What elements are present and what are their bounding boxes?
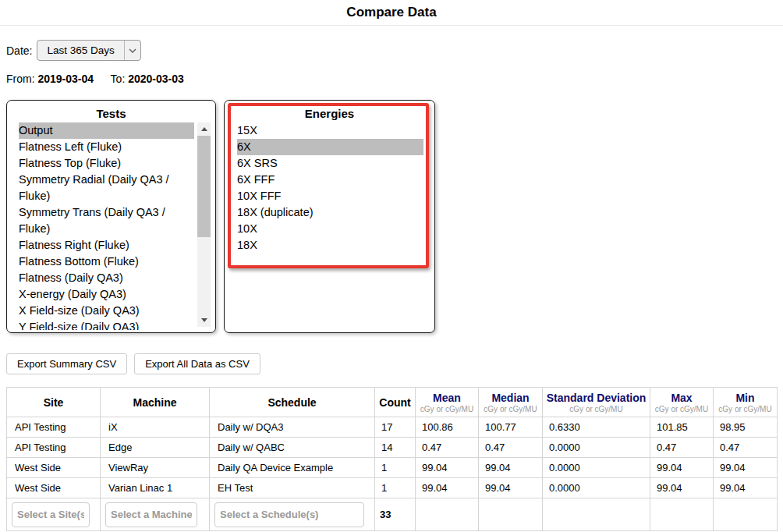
col-header-schedule: Schedule	[210, 388, 375, 417]
cell-schedule: Daily w/ QABC	[210, 438, 375, 458]
cell-site: API Testing	[7, 417, 101, 438]
table-row: West Side Varian Linac 1 EH Test 1 99.04…	[7, 478, 778, 498]
table-row: API Testing Edge Daily w/ QABC 14 0.47 0…	[7, 438, 778, 458]
cell-min: 0.47	[714, 438, 778, 458]
list-item-energy[interactable]: 6X FFF	[237, 172, 423, 188]
cell-count: 14	[375, 438, 416, 458]
from-label: From:	[6, 73, 35, 85]
col-header-min: MincGy or cGy/MU	[714, 388, 778, 417]
energies-panel: Energies 15X 6X 6X SRS 6X FFF 10X FFF 18…	[224, 100, 435, 333]
cell-machine: ViewRay	[101, 458, 210, 478]
cell-mean: 99.04	[416, 478, 479, 498]
list-item-test[interactable]: Flatness (Daily QA3)	[19, 270, 194, 286]
page-header: Compare Data	[0, 0, 783, 26]
energies-listbox: 15X 6X 6X SRS 6X FFF 10X FFF 18X (duplic…	[225, 122, 434, 330]
total-count: 33	[375, 498, 416, 531]
to-label: To:	[111, 73, 126, 85]
date-range-selected-value: Last 365 Days	[37, 41, 123, 60]
list-item-test[interactable]: Symmetry Radial (Daily QA3 / Fluke)	[19, 172, 194, 204]
list-item-test[interactable]: X-energy (Daily QA3)	[19, 286, 194, 303]
cell-min: 99.04	[714, 458, 778, 478]
selection-panels: Tests Output Flatness Left (Fluke) Flatn…	[0, 100, 783, 333]
export-toolbar: Export Summary CSV Export All Data as CS…	[6, 353, 783, 374]
col-header-standard-deviation: Standard DeviationcGy or cGy/MU	[543, 388, 650, 417]
list-item-energy[interactable]: 10X FFF	[237, 188, 423, 204]
cell-schedule: EH Test	[210, 478, 375, 498]
cell-site: West Side	[7, 478, 101, 498]
cell-schedule: Daily QA Device Example	[210, 458, 375, 478]
list-item-test[interactable]: Flatness Top (Fluke)	[19, 155, 194, 172]
cell-count: 17	[375, 417, 416, 438]
cell-median: 100.77	[479, 417, 543, 438]
tests-panel-title: Tests	[7, 101, 215, 122]
cell-mean: 100.86	[416, 417, 479, 438]
list-item-energy[interactable]: 6X SRS	[237, 155, 423, 172]
cell-schedule: Daily w/ DQA3	[210, 417, 375, 438]
export-all-data-csv-button[interactable]: Export All Data as CSV	[134, 353, 260, 374]
col-header-machine: Machine	[101, 388, 210, 417]
cell-site: West Side	[7, 458, 101, 478]
date-filter-row: Date: Last 365 Days	[6, 40, 783, 61]
tests-panel: Tests Output Flatness Left (Fluke) Flatn…	[6, 100, 216, 333]
export-summary-csv-button[interactable]: Export Summary CSV	[6, 353, 127, 374]
cell-max: 99.04	[650, 458, 714, 478]
list-item-test[interactable]: Flatness Bottom (Fluke)	[19, 254, 194, 270]
col-header-median: MediancGy or cGy/MU	[479, 388, 543, 417]
date-label: Date:	[6, 44, 32, 57]
col-header-mean: MeancGy or cGy/MU	[416, 388, 479, 417]
date-range-select[interactable]: Last 365 Days	[37, 40, 140, 61]
list-item-test[interactable]: Symmetry Trans (Daily QA3 / Fluke)	[19, 204, 194, 237]
date-range-row: From: 2019-03-04 To: 2020-03-03	[6, 73, 783, 85]
cell-stddev: 0.0000	[543, 478, 650, 498]
list-item-energy[interactable]: 10X	[237, 221, 423, 237]
cell-min: 98.95	[714, 417, 778, 438]
list-item-test[interactable]: Output	[19, 122, 194, 139]
cell-stddev: 0.0000	[543, 438, 650, 458]
list-item-energy[interactable]: 15X	[237, 122, 423, 139]
cell-machine: iX	[101, 417, 210, 438]
table-filter-row: 33	[7, 498, 778, 531]
cell-max: 0.47	[650, 438, 714, 458]
table-row: API Testing iX Daily w/ DQA3 17 100.86 1…	[7, 417, 778, 438]
tests-listbox: Output Flatness Left (Fluke) Flatness To…	[7, 122, 215, 330]
to-date-value: 2020-03-03	[128, 73, 184, 85]
cell-max: 101.85	[650, 417, 714, 438]
cell-site: API Testing	[7, 438, 101, 458]
list-item-test[interactable]: Flatness Right (Fluke)	[19, 237, 194, 254]
cell-mean: 0.47	[416, 438, 479, 458]
cell-max: 99.04	[650, 478, 714, 498]
list-item-test[interactable]: Flatness Left (Fluke)	[19, 139, 194, 155]
list-item-test[interactable]: Y Field-size (Daily QA3)	[19, 319, 194, 330]
list-item-energy[interactable]: 18X (duplicate)	[237, 204, 423, 221]
summary-table: Site Machine Schedule Count MeancGy or c…	[6, 387, 778, 531]
table-row: West Side ViewRay Daily QA Device Exampl…	[7, 458, 778, 478]
cell-min: 99.04	[714, 478, 778, 498]
cell-machine: Varian Linac 1	[101, 478, 210, 498]
table-header-row: Site Machine Schedule Count MeancGy or c…	[7, 388, 778, 417]
cell-median: 99.04	[479, 458, 543, 478]
tests-scrollbar[interactable]	[197, 122, 211, 327]
scrollbar-thumb[interactable]	[197, 136, 211, 237]
list-item-energy[interactable]: 6X	[237, 139, 423, 155]
list-item-test[interactable]: X Field-size (Daily QA3)	[19, 303, 194, 319]
cell-machine: Edge	[101, 438, 210, 458]
cell-median: 99.04	[479, 478, 543, 498]
from-date-value: 2019-03-04	[37, 73, 94, 85]
cell-count: 1	[375, 458, 416, 478]
site-filter-input[interactable]	[12, 502, 90, 527]
cell-mean: 99.04	[416, 458, 479, 478]
scroll-up-icon[interactable]	[197, 122, 211, 136]
cell-median: 0.47	[479, 438, 543, 458]
scroll-down-icon[interactable]	[197, 314, 211, 327]
cell-count: 1	[375, 478, 416, 498]
cell-stddev: 0.6330	[543, 417, 650, 438]
machine-filter-input[interactable]	[105, 502, 197, 527]
page-title: Compare Data	[346, 5, 436, 20]
col-header-count: Count	[375, 388, 416, 417]
list-item-energy[interactable]: 18X	[237, 237, 423, 254]
col-header-site: Site	[7, 388, 101, 417]
cell-stddev: 0.0000	[543, 458, 650, 478]
energies-panel-title: Energies	[225, 101, 434, 122]
col-header-max: MaxcGy or cGy/MU	[650, 388, 714, 417]
schedule-filter-input[interactable]	[214, 502, 364, 527]
